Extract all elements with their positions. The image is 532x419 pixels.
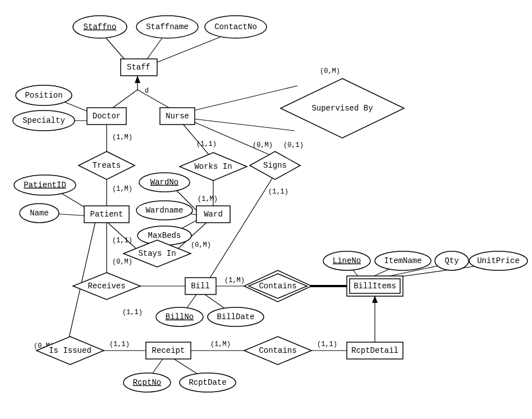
- conn-nurse-supby-bot: [194, 119, 295, 131]
- card-signs-bill: (1,1): [268, 188, 288, 196]
- card-treats-patient: (1,M): [112, 185, 132, 193]
- svg-text:Staff: Staff: [127, 63, 150, 72]
- svg-text:RcptDetail: RcptDetail: [351, 346, 398, 355]
- card-staysin-patient: (1,1): [112, 237, 132, 245]
- attr-staffname: Staffname: [136, 16, 198, 38]
- attr-maxbeds: MaxBeds: [137, 226, 191, 245]
- rel-contains-bill: Contains: [244, 270, 311, 302]
- card-staysin-ward: (0,M): [191, 241, 211, 249]
- svg-text:WardNo: WardNo: [150, 178, 178, 187]
- svg-text:Specialty: Specialty: [22, 116, 65, 125]
- card-receives-bill: (1,1): [122, 309, 143, 316]
- er-diagram: d (1,M) (1,M) (0,M) (1,1) (1,M) (0,M) (0…: [0, 0, 532, 419]
- disjoint-label: d: [145, 87, 149, 95]
- entity-rcptdetail: RcptDetail: [347, 342, 403, 359]
- svg-text:ItemName: ItemName: [384, 256, 421, 265]
- entity-nurse: Nurse: [160, 108, 195, 125]
- svg-text:RcptNo: RcptNo: [133, 378, 161, 387]
- card-contains-rcpt-l: (1,M): [210, 340, 231, 348]
- svg-text:Is Issued: Is Issued: [49, 346, 91, 355]
- rel-treats: Treats: [79, 151, 135, 179]
- svg-text:Nurse: Nurse: [166, 112, 189, 121]
- svg-text:Doctor: Doctor: [93, 112, 121, 121]
- attr-patientid: PatientID: [14, 175, 76, 195]
- card-worksin-nurse: (1,1): [196, 140, 217, 148]
- svg-text:Supervised By: Supervised By: [311, 104, 373, 113]
- arrow-rcptdetail: [372, 296, 378, 303]
- svg-text:Staffname: Staffname: [146, 22, 189, 31]
- card-supby-right: (0,1): [283, 141, 304, 149]
- conn-signs-bill: [205, 174, 275, 286]
- card-signs-nurse: (0,M): [253, 141, 273, 149]
- card-treats-doctor: (1,M): [112, 133, 132, 141]
- attr-position: Position: [16, 85, 72, 105]
- card-supby-top: (0,M): [320, 67, 340, 75]
- entity-receipt: Receipt: [146, 342, 191, 359]
- svg-text:Treats: Treats: [93, 161, 121, 170]
- svg-text:Stays In: Stays In: [138, 249, 176, 258]
- card-worksin-ward: (1,M): [198, 195, 218, 203]
- attr-qty: Qty: [435, 251, 469, 270]
- conn-nurse-signs: [191, 121, 275, 157]
- svg-text:Receipt: Receipt: [152, 346, 185, 355]
- rel-staysin: Stays In: [123, 240, 191, 267]
- svg-text:PatientID: PatientID: [24, 181, 66, 190]
- entity-patient: Patient: [84, 206, 129, 223]
- entity-bill: Bill: [185, 278, 216, 294]
- attr-billdate: BillDate: [208, 307, 264, 326]
- svg-text:Works In: Works In: [194, 162, 232, 171]
- attr-rcptdate: RcptDate: [180, 373, 236, 392]
- attr-itemname: ItemName: [375, 251, 431, 270]
- svg-text:BillNo: BillNo: [166, 312, 194, 321]
- svg-text:BillDate: BillDate: [217, 312, 254, 321]
- attr-contactno: ContactNo: [205, 16, 267, 38]
- svg-text:Position: Position: [25, 91, 62, 100]
- attr-staffno: Staffno: [73, 16, 127, 38]
- svg-text:Bill: Bill: [191, 282, 210, 291]
- svg-text:RcptDate: RcptDate: [189, 378, 226, 387]
- attr-wardname: Wardname: [136, 201, 192, 220]
- svg-text:Name: Name: [30, 209, 49, 218]
- entity-billitems: BillItems: [347, 276, 403, 296]
- rel-supervisedby: Supervised By: [281, 79, 404, 138]
- svg-text:LineNo: LineNo: [333, 256, 361, 265]
- rel-contains-rcpt: Contains: [244, 337, 311, 365]
- arrow-isa: [135, 76, 140, 83]
- svg-text:UnitPrice: UnitPrice: [477, 256, 520, 265]
- svg-text:ContactNo: ContactNo: [214, 22, 257, 31]
- attr-lineno: LineNo: [323, 251, 370, 270]
- svg-text:Contains: Contains: [259, 346, 296, 355]
- card-contains-rcpt-r: (1,1): [317, 340, 337, 348]
- attr-wardno: WardNo: [139, 173, 190, 192]
- entity-ward: Ward: [196, 206, 230, 223]
- svg-text:Patient: Patient: [90, 210, 123, 219]
- rel-signs: Signs: [250, 151, 300, 179]
- svg-text:Signs: Signs: [263, 161, 287, 170]
- svg-text:Qty: Qty: [444, 256, 458, 265]
- attr-unitprice: UnitPrice: [469, 251, 528, 270]
- card-isissued-receipt: (1,1): [109, 340, 130, 348]
- svg-text:Staffno: Staffno: [84, 22, 117, 31]
- svg-text:BillItems: BillItems: [354, 282, 396, 291]
- card-receives-patient: (0,M): [112, 258, 132, 266]
- rel-isissued: Is Issued: [36, 337, 104, 365]
- rel-worksin: Works In: [180, 153, 247, 181]
- entity-doctor: Doctor: [87, 108, 126, 125]
- svg-text:Contains: Contains: [259, 282, 296, 291]
- attr-billno: BillNo: [156, 307, 203, 326]
- entity-staff: Staff: [121, 59, 157, 76]
- svg-text:Wardname: Wardname: [145, 206, 183, 215]
- attr-rcptno: RcptNo: [123, 373, 171, 392]
- attr-specialty: Specialty: [13, 110, 75, 131]
- conn-nurse-supby-top: [194, 86, 297, 110]
- svg-text:Receives: Receives: [88, 282, 125, 291]
- svg-text:Ward: Ward: [204, 210, 223, 219]
- card-contains-bill-l: (1,M): [224, 277, 245, 284]
- svg-text:MaxBeds: MaxBeds: [148, 231, 181, 240]
- attr-name: Name: [20, 204, 59, 223]
